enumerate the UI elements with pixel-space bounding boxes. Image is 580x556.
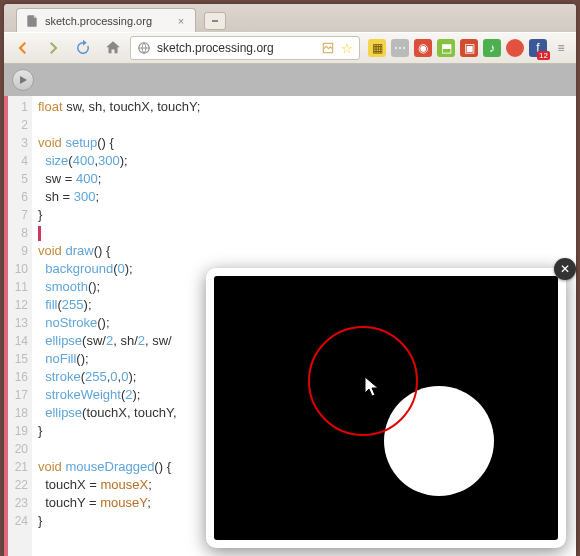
forward-button[interactable] xyxy=(40,36,66,60)
reload-button[interactable] xyxy=(70,36,96,60)
new-tab-button[interactable] xyxy=(204,12,226,30)
extension-icons: ▦⋯◉⬒▣♪f12≡ xyxy=(368,39,570,57)
tab-bar: sketch.processing.org × xyxy=(4,4,576,32)
run-button[interactable] xyxy=(12,69,34,91)
line-number-gutter: 123456789101112131415161718192021222324 xyxy=(8,96,32,556)
code-line[interactable] xyxy=(38,224,570,242)
sketch-canvas[interactable] xyxy=(214,276,558,540)
loader-icon xyxy=(321,41,335,55)
bookmark-star-icon[interactable]: ☆ xyxy=(341,41,353,56)
code-line[interactable] xyxy=(38,116,570,134)
extension-ext-5-icon[interactable]: ▣ xyxy=(460,39,478,57)
browser-tab[interactable]: sketch.processing.org × xyxy=(16,8,196,32)
sketch-output-popup: ✕ xyxy=(206,268,566,548)
red-stroke-ellipse xyxy=(308,326,418,436)
code-line[interactable]: void setup() { xyxy=(38,134,570,152)
globe-icon xyxy=(137,41,151,55)
code-line[interactable]: } xyxy=(38,206,570,224)
extension-ext-1-icon[interactable]: ▦ xyxy=(368,39,386,57)
code-line[interactable]: sh = 300; xyxy=(38,188,570,206)
mouse-cursor-icon xyxy=(364,376,380,398)
notification-badge: 12 xyxy=(537,51,550,60)
sketch-toolbar xyxy=(4,64,576,96)
nav-bar: ☆ ▦⋯◉⬒▣♪f12≡ xyxy=(4,32,576,64)
code-line[interactable]: void draw() { xyxy=(38,242,570,260)
home-button[interactable] xyxy=(100,36,126,60)
extension-ext-7-icon[interactable] xyxy=(506,39,524,57)
close-icon: ✕ xyxy=(560,262,570,276)
extension-ext-4-icon[interactable]: ⬒ xyxy=(437,39,455,57)
code-line[interactable]: size(400,300); xyxy=(38,152,570,170)
tab-close-icon[interactable]: × xyxy=(175,15,187,27)
tab-title: sketch.processing.org xyxy=(45,15,169,27)
code-line[interactable]: sw = 400; xyxy=(38,170,570,188)
tab-favicon-icon xyxy=(25,14,39,28)
caret-icon xyxy=(38,226,41,241)
extension-menu-icon[interactable]: ≡ xyxy=(552,39,570,57)
url-input[interactable] xyxy=(157,41,315,55)
extension-ext-2-icon[interactable]: ⋯ xyxy=(391,39,409,57)
extension-ext-3-icon[interactable]: ◉ xyxy=(414,39,432,57)
back-button[interactable] xyxy=(10,36,36,60)
code-line[interactable]: float sw, sh, touchX, touchY; xyxy=(38,98,570,116)
address-bar[interactable]: ☆ xyxy=(130,36,360,60)
extension-ext-6-icon[interactable]: ♪ xyxy=(483,39,501,57)
extension-facebook-icon[interactable]: f12 xyxy=(529,39,547,57)
